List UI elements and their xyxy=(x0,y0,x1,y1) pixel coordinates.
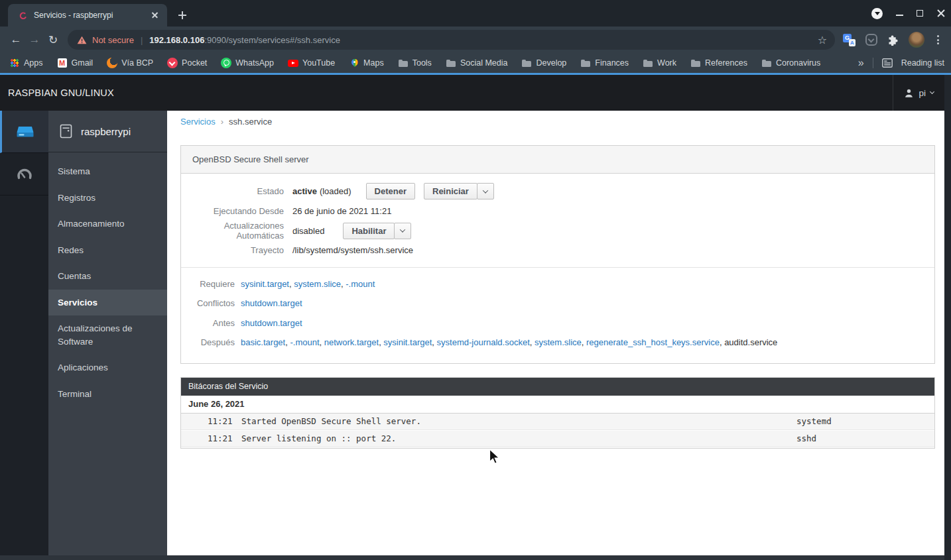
minimize-button[interactable] xyxy=(896,15,903,16)
bookmark-icon xyxy=(221,58,231,68)
sidebar-item[interactable]: Terminal xyxy=(48,381,167,408)
maximize-button[interactable] xyxy=(917,10,923,17)
restart-service-button[interactable]: Reiniciar xyxy=(424,183,477,199)
log-message: Started OpenBSD Secure Shell server. xyxy=(241,416,421,426)
extensions-puzzle-icon[interactable] xyxy=(887,34,899,46)
unit-link[interactable]: network.target xyxy=(324,337,379,347)
log-row[interactable]: 11:21 Server listening on :: port 22. ss… xyxy=(181,431,934,447)
bookmarks-bar: Apps Gmail Vía BCP Pocket WhatsApp xyxy=(0,53,951,73)
back-button[interactable]: ← xyxy=(7,30,25,49)
unit-link[interactable]: regenerate_ssh_host_keys.service xyxy=(586,337,720,347)
browser-menu-icon[interactable] xyxy=(934,35,942,44)
restart-dropdown-button[interactable] xyxy=(477,183,494,199)
bookmark-icon xyxy=(288,58,298,68)
unit-link[interactable]: sysinit.target xyxy=(241,279,289,289)
profile-avatar[interactable] xyxy=(909,32,924,48)
close-button[interactable] xyxy=(936,9,946,18)
sidebar-item[interactable]: Actualizaciones de Software xyxy=(48,315,167,355)
translate-icon[interactable] xyxy=(843,34,856,46)
unit-link[interactable]: system.slice xyxy=(294,279,341,289)
bookmark-item[interactable]: YouTube xyxy=(288,58,335,68)
log-unit: sshd xyxy=(796,433,816,443)
bookmark-label: YouTube xyxy=(302,58,335,68)
auto-updates-value: disabled xyxy=(292,226,324,236)
sidebar-item[interactable]: Cuentas xyxy=(48,263,167,290)
unit-link[interactable]: sysinit.target xyxy=(383,337,432,347)
machine-server-item[interactable] xyxy=(0,111,48,153)
sidebar-item-label: Actualizaciones de Software xyxy=(58,323,133,347)
bookmark-item[interactable]: Social Media xyxy=(446,58,508,68)
bookmark-item[interactable]: Maps xyxy=(349,58,384,68)
chevron-down-icon xyxy=(930,89,934,94)
bookmark-item[interactable]: Develop xyxy=(521,58,566,68)
tab-title: Servicios - raspberrypi xyxy=(34,11,150,20)
sidebar-item-label: Redes xyxy=(58,245,84,255)
sidebar-item[interactable]: Redes xyxy=(48,237,167,264)
titlebar-menu-icon[interactable] xyxy=(871,8,883,19)
address-bar[interactable]: Not secure | 192.168.0.106:9090/system/s… xyxy=(68,30,835,50)
service-card: OpenBSD Secure Shell server Estado activ… xyxy=(180,145,935,364)
unit-link[interactable]: -.mount xyxy=(346,279,375,289)
requires-row: Requiere sysinit.target, system.slice, -… xyxy=(181,274,934,294)
chevron-down-icon xyxy=(483,188,488,193)
sidebar-item-label: Sistema xyxy=(58,166,90,176)
bookmark-icon xyxy=(57,58,68,68)
sidebar-item-label: Aplicaciones xyxy=(58,363,108,372)
unit-link[interactable]: -.mount xyxy=(290,337,319,347)
browser-tab[interactable]: Servicios - raspberrypi xyxy=(8,4,167,27)
after-label: Después xyxy=(181,337,235,347)
dashboard-item[interactable] xyxy=(0,153,48,196)
conflicts-row: Conflictos shutdown.target xyxy=(181,294,934,313)
service-card-title: OpenBSD Secure Shell server xyxy=(181,146,934,174)
new-tab-button[interactable] xyxy=(174,7,191,24)
bookmark-item[interactable]: Work xyxy=(643,58,676,68)
bookmarks-overflow-icon[interactable] xyxy=(858,57,864,69)
bookmark-item[interactable]: Finances xyxy=(580,58,629,68)
bookmark-item[interactable]: Apps xyxy=(9,58,43,68)
forward-button[interactable]: → xyxy=(25,30,44,49)
bookmark-label: Gmail xyxy=(72,58,94,68)
bookmark-icon xyxy=(446,58,456,68)
unit-link[interactable]: system.slice xyxy=(535,337,582,347)
pocket-extension-icon[interactable] xyxy=(865,34,877,46)
sidebar-item[interactable]: Servicios xyxy=(48,290,167,316)
breadcrumb-parent-link[interactable]: Servicios xyxy=(180,117,216,127)
unit-link[interactable]: shutdown.target xyxy=(241,298,302,308)
unit-link[interactable]: basic.target xyxy=(241,337,285,347)
reading-list-icon[interactable] xyxy=(882,58,893,68)
bookmark-item[interactable]: WhatsApp xyxy=(221,58,274,68)
bookmark-item[interactable]: Vía BCP xyxy=(107,58,153,68)
enable-dropdown-button[interactable] xyxy=(394,223,411,239)
unit-link[interactable]: systemd-journald.socket xyxy=(437,337,530,347)
url-text[interactable]: 192.168.0.106:9090/system/services#/ssh.… xyxy=(149,35,810,45)
reading-list-label[interactable]: Reading list xyxy=(901,58,944,68)
bookmark-label: WhatsApp xyxy=(235,58,274,68)
user-icon xyxy=(904,88,914,98)
sidebar-item-label: Servicios xyxy=(58,298,97,308)
page-scrollbar[interactable] xyxy=(944,75,951,560)
bookmark-item[interactable]: Tools xyxy=(398,58,432,68)
window-titlebar: Servicios - raspberrypi xyxy=(0,0,951,27)
host-row[interactable]: raspberrypi xyxy=(48,111,167,152)
bookmark-item[interactable]: References xyxy=(690,58,747,68)
enable-service-button[interactable]: Habilitar xyxy=(343,223,395,239)
unit-link[interactable]: shutdown.target xyxy=(241,318,302,328)
bookmark-item[interactable]: Gmail xyxy=(57,58,94,68)
bookmark-icon xyxy=(167,58,178,68)
bookmark-item[interactable]: Coronavirus xyxy=(761,58,820,68)
security-status[interactable]: Not secure xyxy=(92,35,134,45)
reload-button[interactable]: ↻ xyxy=(44,30,62,49)
bookmark-star-icon[interactable]: ☆ xyxy=(818,34,827,46)
tab-close-icon[interactable] xyxy=(150,10,160,21)
sidebar-item[interactable]: Almacenamiento xyxy=(48,211,167,237)
not-secure-warning-icon xyxy=(77,36,87,44)
log-row[interactable]: 11:21 Started OpenBSD Secure Shell serve… xyxy=(181,414,934,430)
user-menu[interactable]: pi xyxy=(893,75,951,111)
separator: , xyxy=(530,337,535,347)
bookmark-item[interactable]: Pocket xyxy=(167,58,207,68)
running-since-label: Ejecutando Desde xyxy=(181,206,284,216)
sidebar-item[interactable]: Registros xyxy=(48,185,167,211)
sidebar-item[interactable]: Sistema xyxy=(48,158,167,185)
stop-service-button[interactable]: Detener xyxy=(366,183,415,199)
sidebar-item[interactable]: Aplicaciones xyxy=(48,355,167,381)
